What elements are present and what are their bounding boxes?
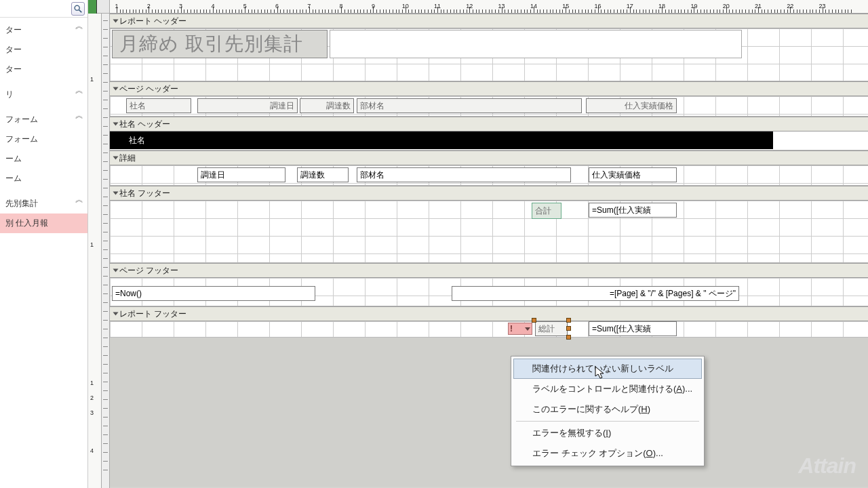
sidebar-item[interactable]: ター	[0, 40, 87, 60]
warning-icon: !	[510, 324, 513, 333]
menu-item-help[interactable]: このエラーに関するヘルプ(H)	[513, 399, 702, 420]
chevron-up-icon[interactable]: ︽	[75, 20, 83, 28]
section-body-report-header[interactable]: 月締め 取引先別集計	[110, 28, 868, 81]
section-label: 社名 フッター	[119, 188, 170, 199]
sidebar-item[interactable]: 先別集計	[0, 194, 87, 214]
section-label: 詳細	[119, 152, 136, 164]
chevron-up-icon[interactable]: ︽	[75, 110, 83, 118]
expand-icon	[113, 192, 119, 195]
search-box[interactable]	[0, 0, 87, 18]
sidebar-item[interactable]: ーム	[0, 149, 87, 169]
dropdown-icon[interactable]	[525, 327, 530, 331]
sidebar-item[interactable]: フォーム	[0, 129, 87, 149]
ruler-origin[interactable]	[88, 0, 97, 14]
error-context-menu: 関連付けられていない新しいラベル ラベルをコントロールと関連付ける(A)... …	[511, 356, 705, 466]
field-price[interactable]: 仕入実績価格	[589, 167, 677, 182]
section-body-detail[interactable]: 調達日 調達数 部材名 仕入実績価格	[110, 165, 868, 186]
section-bar-detail[interactable]: 詳細	[110, 150, 868, 165]
section-bar-report-header[interactable]: レポート ヘッダー	[110, 14, 868, 28]
label-date[interactable]: 調達日	[197, 98, 298, 113]
svg-line-1	[79, 9, 82, 12]
attain-logo: Attain	[798, 453, 856, 479]
label-company[interactable]: 社名	[126, 98, 191, 113]
error-smart-tag[interactable]: !	[508, 323, 532, 335]
field-material[interactable]: 部材名	[357, 167, 571, 182]
section-label: ページ フッター	[119, 265, 178, 277]
sidebar-item[interactable]: ター	[0, 60, 87, 79]
section-body-company-footer[interactable]: 合計 =Sum([仕入実績	[110, 201, 868, 263]
search-icon[interactable]	[71, 2, 85, 16]
field-company[interactable]: 社名	[126, 131, 425, 149]
field-count[interactable]: 調達数	[297, 167, 349, 182]
section-body-report-footer[interactable]: ! 総計 =Sum([仕入実績	[110, 321, 868, 338]
sidebar-item[interactable]: リ	[0, 85, 87, 104]
section-label: ページ ヘッダー	[119, 83, 178, 95]
design-canvas[interactable]: レポート ヘッダー 月締め 取引先別集計 ページ ヘッダー 社名 調達日 調達数…	[110, 14, 868, 488]
sidebar-item[interactable]: フォーム	[0, 110, 87, 129]
field-pager[interactable]: =[Page] & "/" & [Pages] & " ページ"	[452, 286, 739, 301]
menu-item-ignore[interactable]: エラーを無視する(I)	[513, 423, 702, 443]
section-label: 社名 ヘッダー	[119, 119, 170, 130]
expand-icon	[113, 20, 119, 23]
section-label: レポート ヘッダー	[119, 16, 186, 27]
menu-separator	[516, 421, 699, 422]
expand-icon	[113, 87, 119, 91]
expand-icon	[113, 157, 119, 160]
section-body-company-header[interactable]: 社名	[110, 131, 868, 150]
label-count[interactable]: 調達数	[300, 98, 354, 113]
label-total[interactable]: 総計	[535, 321, 568, 336]
field-subtotal[interactable]: =Sum([仕入実績	[589, 203, 677, 218]
section-body-page-footer[interactable]: =Now() =[Page] & "/" & [Pages] & " ページ"	[110, 278, 868, 306]
field-total[interactable]: =Sum([仕入実績	[589, 321, 677, 336]
chevron-up-icon[interactable]: ︽	[75, 85, 83, 93]
section-body-page-header[interactable]: 社名 調達日 調達数 部材名 仕入実績価格	[110, 96, 868, 117]
section-bar-report-footer[interactable]: レポート フッター	[110, 306, 868, 321]
sidebar-item-selected[interactable]: 別 仕入月報	[0, 214, 87, 233]
expand-icon	[113, 123, 119, 126]
vertical-ruler[interactable]: 111234	[88, 14, 102, 488]
sidebar-item[interactable]: ーム	[0, 169, 87, 188]
svg-point-0	[75, 5, 79, 10]
field-date[interactable]: 調達日	[197, 167, 285, 182]
expand-icon	[113, 269, 119, 272]
section-label: レポート フッター	[119, 308, 186, 320]
chevron-up-icon[interactable]: ︽	[75, 194, 83, 202]
navigation-sidebar: ︽ ター ター ター ︽ リ ︽ フォーム フォーム ーム ーム ︽ 先別集計 …	[0, 0, 88, 488]
menu-item-options[interactable]: エラー チェック オプション(O)...	[513, 443, 702, 464]
sidebar-item[interactable]: ター	[0, 20, 87, 40]
label-price[interactable]: 仕入実績価格	[586, 98, 677, 113]
report-design-area: 1234567891011121314151617181920212223 11…	[88, 0, 868, 488]
title-label[interactable]: 月締め 取引先別集計	[112, 30, 328, 58]
label-material[interactable]: 部材名	[357, 98, 582, 113]
section-bar-page-header[interactable]: ページ ヘッダー	[110, 81, 868, 96]
section-selector-column[interactable]	[102, 0, 110, 488]
expand-icon	[113, 312, 119, 316]
section-bar-page-footer[interactable]: ページ フッター	[110, 263, 868, 278]
field-now[interactable]: =Now()	[112, 286, 315, 301]
section-bar-company-footer[interactable]: 社名 フッター	[110, 186, 868, 201]
selected-label-total[interactable]: 総計	[535, 321, 568, 336]
horizontal-ruler[interactable]: 1234567891011121314151617181920212223	[110, 0, 868, 14]
section-bar-company-header[interactable]: 社名 ヘッダー	[110, 117, 868, 131]
menu-item-associate[interactable]: ラベルをコントロールと関連付ける(A)...	[513, 379, 702, 399]
menu-item-new-label[interactable]: 関連付けられていない新しいラベル	[513, 359, 702, 379]
label-subtotal[interactable]: 合計	[532, 203, 561, 219]
